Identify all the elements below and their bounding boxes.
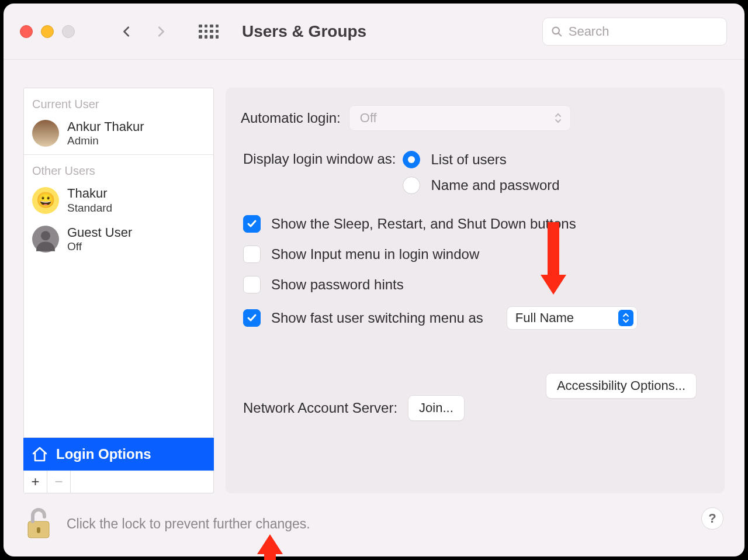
remove-user-button[interactable]: − [47, 471, 71, 493]
help-button[interactable]: ? [701, 507, 723, 530]
search-icon [551, 25, 563, 38]
minimize-window-button[interactable] [41, 25, 54, 38]
toolbar: Users & Groups [4, 4, 744, 60]
radio-name-password-row[interactable]: Name and password [403, 177, 559, 194]
settings-panel: Automatic login: Off Display login windo… [226, 88, 725, 493]
show-all-button[interactable] [199, 25, 219, 39]
avatar-photo-icon [32, 120, 59, 147]
login-options-item[interactable]: Login Options [23, 438, 214, 471]
search-input[interactable] [569, 24, 718, 39]
content-body: Current User Ankur Thakur Admin Other Us… [4, 60, 744, 493]
cb-input-row[interactable]: Show Input menu in login window [243, 246, 707, 263]
back-button[interactable] [122, 26, 132, 37]
network-account-row: Network Account Server: Join... [243, 395, 707, 421]
grid-icon [199, 25, 219, 39]
chevron-updown-icon [618, 310, 633, 326]
user-role: Off [67, 240, 132, 253]
radio-list-of-users-row[interactable]: List of users [403, 151, 559, 168]
section-current-user: Current User [24, 88, 213, 116]
zoom-window-button[interactable] [62, 25, 75, 38]
chevron-left-icon [122, 26, 132, 37]
join-button[interactable]: Join... [408, 395, 465, 421]
avatar-smiley-icon: 😀 [32, 187, 59, 214]
other-user-row[interactable]: Guest User Off [24, 222, 213, 260]
cb-hints-row[interactable]: Show password hints [243, 276, 707, 293]
avatar-silhouette-icon [32, 226, 59, 253]
unlocked-lock-icon [25, 507, 53, 540]
addremove-spacer [71, 471, 213, 493]
auto-login-label: Automatic login: [241, 110, 341, 126]
lock-text: Click the lock to prevent further change… [67, 516, 310, 532]
svg-rect-4 [37, 527, 40, 533]
add-user-button[interactable]: + [24, 471, 47, 493]
user-name: Ankur Thakur [67, 119, 144, 134]
window-controls [20, 25, 75, 38]
forward-button[interactable] [155, 26, 166, 37]
cb-input[interactable] [243, 246, 261, 263]
fus-dropdown[interactable]: Full Name [507, 306, 638, 330]
chevron-right-icon [155, 26, 166, 37]
cb-fus[interactable] [243, 309, 261, 327]
add-remove-bar: + − [23, 471, 214, 493]
cb-sleep-row[interactable]: Show the Sleep, Restart, and Shut Down b… [243, 215, 707, 233]
svg-point-2 [41, 231, 50, 240]
auto-login-dropdown[interactable]: Off [349, 105, 571, 131]
svg-line-1 [558, 33, 561, 36]
display-login-row: Display login window as: List of users N… [243, 151, 707, 194]
system-prefs-window: Users & Groups Current User Ankur Thakur… [4, 4, 744, 556]
radio-label: List of users [431, 151, 506, 168]
footer: Click the lock to prevent further change… [4, 493, 744, 556]
nav-controls [122, 26, 166, 37]
fus-value: Full Name [515, 310, 574, 326]
display-login-label: Display login window as: [243, 151, 396, 167]
checkbox-list: Show the Sleep, Restart, and Shut Down b… [243, 215, 707, 330]
cb-label: Show the Sleep, Restart, and Shut Down b… [271, 216, 576, 232]
login-options-label: Login Options [56, 446, 151, 462]
cb-hints[interactable] [243, 276, 261, 293]
network-account-label: Network Account Server: [243, 400, 397, 416]
radio-label: Name and password [431, 177, 559, 193]
radio-name-password[interactable] [403, 177, 420, 194]
auto-login-value: Off [360, 110, 377, 126]
accessibility-options-button[interactable]: Accessibility Options... [546, 373, 697, 399]
house-icon [32, 447, 48, 462]
cb-label: Show Input menu in login window [271, 246, 479, 262]
chevron-updown-icon [554, 112, 562, 124]
annotation-arrow-down [538, 222, 569, 298]
radio-list-of-users[interactable] [403, 151, 420, 168]
cb-fus-row[interactable]: Show fast user switching menu as Full Na… [243, 306, 707, 330]
cb-sleep[interactable] [243, 215, 261, 233]
lock-button[interactable] [25, 507, 53, 540]
current-user-row[interactable]: Ankur Thakur Admin [24, 116, 213, 154]
other-user-row[interactable]: 😀 Thakur Standard [24, 182, 213, 221]
search-field-wrap[interactable] [542, 18, 727, 46]
user-name: Guest User [67, 225, 132, 240]
user-list: Current User Ankur Thakur Admin Other Us… [23, 88, 214, 438]
user-name: Thakur [67, 186, 112, 201]
page-title: Users & Groups [242, 22, 366, 41]
section-other-users: Other Users [24, 155, 213, 182]
cb-label: Show password hints [271, 276, 404, 293]
user-role: Standard [67, 202, 112, 215]
sidebar: Current User Ankur Thakur Admin Other Us… [23, 88, 214, 493]
close-window-button[interactable] [20, 25, 33, 38]
user-role: Admin [67, 134, 144, 147]
cb-label: Show fast user switching menu as [271, 310, 483, 326]
auto-login-row: Automatic login: Off [243, 105, 707, 131]
